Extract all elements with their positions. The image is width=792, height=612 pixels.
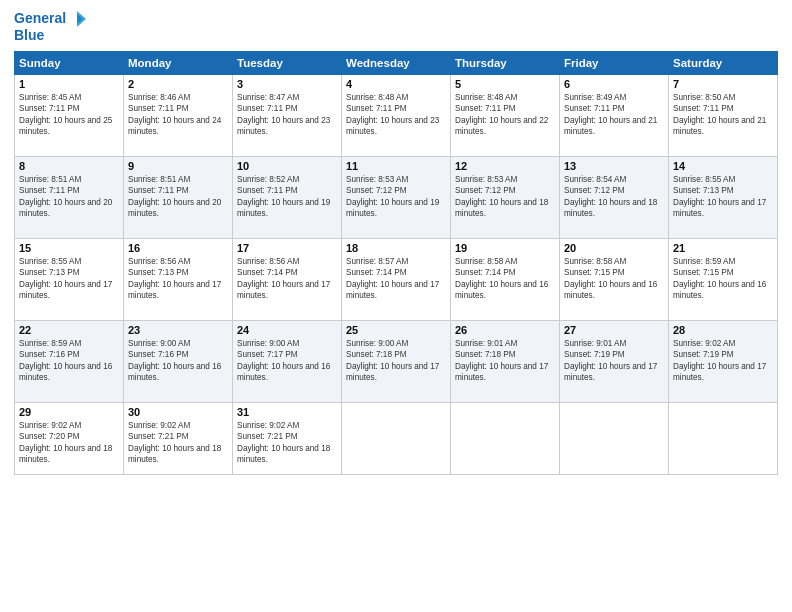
cell-content: Sunrise: 8:59 AM Sunset: 7:15 PM Dayligh… [673, 256, 773, 300]
header-row: SundayMondayTuesdayWednesdayThursdayFrid… [15, 52, 778, 75]
cell-content: Sunrise: 8:59 AM Sunset: 7:16 PM Dayligh… [19, 338, 119, 382]
page: General Blue SundayMondayTuesdayWednesda… [0, 0, 792, 612]
calendar-cell: 21 Sunrise: 8:59 AM Sunset: 7:15 PM Dayl… [669, 239, 778, 321]
day-header-sunday: Sunday [15, 52, 124, 75]
calendar-cell: 11 Sunrise: 8:53 AM Sunset: 7:12 PM Dayl… [342, 157, 451, 239]
cell-content: Sunrise: 8:48 AM Sunset: 7:11 PM Dayligh… [346, 92, 446, 136]
day-number: 12 [455, 160, 555, 172]
cell-content: Sunrise: 8:55 AM Sunset: 7:13 PM Dayligh… [19, 256, 119, 300]
day-header-saturday: Saturday [669, 52, 778, 75]
calendar-week-4: 22 Sunrise: 8:59 AM Sunset: 7:16 PM Dayl… [15, 321, 778, 403]
calendar-cell: 20 Sunrise: 8:58 AM Sunset: 7:15 PM Dayl… [560, 239, 669, 321]
cell-content: Sunrise: 9:00 AM Sunset: 7:17 PM Dayligh… [237, 338, 337, 382]
cell-content: Sunrise: 8:55 AM Sunset: 7:13 PM Dayligh… [673, 174, 773, 218]
calendar-week-2: 8 Sunrise: 8:51 AM Sunset: 7:11 PM Dayli… [15, 157, 778, 239]
day-number: 14 [673, 160, 773, 172]
calendar-cell: 6 Sunrise: 8:49 AM Sunset: 7:11 PM Dayli… [560, 75, 669, 157]
cell-content: Sunrise: 8:56 AM Sunset: 7:14 PM Dayligh… [237, 256, 337, 300]
day-number: 23 [128, 324, 228, 336]
calendar-cell: 24 Sunrise: 9:00 AM Sunset: 7:17 PM Dayl… [233, 321, 342, 403]
calendar-week-5: 29 Sunrise: 9:02 AM Sunset: 7:20 PM Dayl… [15, 403, 778, 475]
day-number: 6 [564, 78, 664, 90]
day-number: 29 [19, 406, 119, 418]
day-number: 1 [19, 78, 119, 90]
day-number: 17 [237, 242, 337, 254]
cell-content: Sunrise: 9:02 AM Sunset: 7:21 PM Dayligh… [128, 420, 228, 464]
calendar-cell: 8 Sunrise: 8:51 AM Sunset: 7:11 PM Dayli… [15, 157, 124, 239]
calendar-cell: 14 Sunrise: 8:55 AM Sunset: 7:13 PM Dayl… [669, 157, 778, 239]
logo-bird-icon [68, 10, 86, 28]
cell-content: Sunrise: 8:54 AM Sunset: 7:12 PM Dayligh… [564, 174, 664, 218]
calendar-cell: 30 Sunrise: 9:02 AM Sunset: 7:21 PM Dayl… [124, 403, 233, 475]
cell-content: Sunrise: 8:51 AM Sunset: 7:11 PM Dayligh… [19, 174, 119, 218]
cell-content: Sunrise: 9:01 AM Sunset: 7:18 PM Dayligh… [455, 338, 555, 382]
day-number: 15 [19, 242, 119, 254]
day-number: 26 [455, 324, 555, 336]
day-number: 7 [673, 78, 773, 90]
calendar-cell: 23 Sunrise: 9:00 AM Sunset: 7:16 PM Dayl… [124, 321, 233, 403]
calendar-cell: 10 Sunrise: 8:52 AM Sunset: 7:11 PM Dayl… [233, 157, 342, 239]
calendar-cell: 28 Sunrise: 9:02 AM Sunset: 7:19 PM Dayl… [669, 321, 778, 403]
calendar-cell: 31 Sunrise: 9:02 AM Sunset: 7:21 PM Dayl… [233, 403, 342, 475]
day-number: 19 [455, 242, 555, 254]
cell-content: Sunrise: 8:57 AM Sunset: 7:14 PM Dayligh… [346, 256, 446, 300]
day-number: 10 [237, 160, 337, 172]
calendar-cell [560, 403, 669, 475]
header: General Blue [14, 10, 778, 43]
cell-content: Sunrise: 8:49 AM Sunset: 7:11 PM Dayligh… [564, 92, 664, 136]
cell-content: Sunrise: 8:48 AM Sunset: 7:11 PM Dayligh… [455, 92, 555, 136]
calendar-week-3: 15 Sunrise: 8:55 AM Sunset: 7:13 PM Dayl… [15, 239, 778, 321]
day-number: 8 [19, 160, 119, 172]
calendar-cell: 16 Sunrise: 8:56 AM Sunset: 7:13 PM Dayl… [124, 239, 233, 321]
logo: General Blue [14, 10, 86, 43]
calendar-cell: 19 Sunrise: 8:58 AM Sunset: 7:14 PM Dayl… [451, 239, 560, 321]
day-number: 22 [19, 324, 119, 336]
day-number: 25 [346, 324, 446, 336]
calendar-cell: 2 Sunrise: 8:46 AM Sunset: 7:11 PM Dayli… [124, 75, 233, 157]
cell-content: Sunrise: 8:51 AM Sunset: 7:11 PM Dayligh… [128, 174, 228, 218]
cell-content: Sunrise: 8:52 AM Sunset: 7:11 PM Dayligh… [237, 174, 337, 218]
day-number: 9 [128, 160, 228, 172]
calendar: SundayMondayTuesdayWednesdayThursdayFrid… [14, 51, 778, 475]
day-number: 20 [564, 242, 664, 254]
cell-content: Sunrise: 8:58 AM Sunset: 7:15 PM Dayligh… [564, 256, 664, 300]
calendar-cell: 3 Sunrise: 8:47 AM Sunset: 7:11 PM Dayli… [233, 75, 342, 157]
calendar-cell: 27 Sunrise: 9:01 AM Sunset: 7:19 PM Dayl… [560, 321, 669, 403]
day-header-thursday: Thursday [451, 52, 560, 75]
day-number: 21 [673, 242, 773, 254]
day-number: 5 [455, 78, 555, 90]
calendar-cell: 9 Sunrise: 8:51 AM Sunset: 7:11 PM Dayli… [124, 157, 233, 239]
logo-general: General [14, 11, 66, 26]
cell-content: Sunrise: 9:02 AM Sunset: 7:20 PM Dayligh… [19, 420, 119, 464]
day-number: 16 [128, 242, 228, 254]
day-number: 31 [237, 406, 337, 418]
day-header-tuesday: Tuesday [233, 52, 342, 75]
cell-content: Sunrise: 9:00 AM Sunset: 7:16 PM Dayligh… [128, 338, 228, 382]
calendar-cell: 22 Sunrise: 8:59 AM Sunset: 7:16 PM Dayl… [15, 321, 124, 403]
calendar-cell: 15 Sunrise: 8:55 AM Sunset: 7:13 PM Dayl… [15, 239, 124, 321]
cell-content: Sunrise: 8:53 AM Sunset: 7:12 PM Dayligh… [455, 174, 555, 218]
calendar-cell: 7 Sunrise: 8:50 AM Sunset: 7:11 PM Dayli… [669, 75, 778, 157]
day-number: 18 [346, 242, 446, 254]
day-number: 4 [346, 78, 446, 90]
calendar-cell: 13 Sunrise: 8:54 AM Sunset: 7:12 PM Dayl… [560, 157, 669, 239]
calendar-cell: 5 Sunrise: 8:48 AM Sunset: 7:11 PM Dayli… [451, 75, 560, 157]
day-header-monday: Monday [124, 52, 233, 75]
day-number: 3 [237, 78, 337, 90]
calendar-cell: 29 Sunrise: 9:02 AM Sunset: 7:20 PM Dayl… [15, 403, 124, 475]
cell-content: Sunrise: 9:00 AM Sunset: 7:18 PM Dayligh… [346, 338, 446, 382]
calendar-cell [669, 403, 778, 475]
day-header-friday: Friday [560, 52, 669, 75]
cell-content: Sunrise: 9:02 AM Sunset: 7:19 PM Dayligh… [673, 338, 773, 382]
day-number: 2 [128, 78, 228, 90]
cell-content: Sunrise: 9:01 AM Sunset: 7:19 PM Dayligh… [564, 338, 664, 382]
calendar-cell: 18 Sunrise: 8:57 AM Sunset: 7:14 PM Dayl… [342, 239, 451, 321]
cell-content: Sunrise: 9:02 AM Sunset: 7:21 PM Dayligh… [237, 420, 337, 464]
cell-content: Sunrise: 8:58 AM Sunset: 7:14 PM Dayligh… [455, 256, 555, 300]
calendar-cell: 1 Sunrise: 8:45 AM Sunset: 7:11 PM Dayli… [15, 75, 124, 157]
calendar-cell: 26 Sunrise: 9:01 AM Sunset: 7:18 PM Dayl… [451, 321, 560, 403]
cell-content: Sunrise: 8:53 AM Sunset: 7:12 PM Dayligh… [346, 174, 446, 218]
logo-text-block: General Blue [14, 10, 86, 43]
calendar-cell: 17 Sunrise: 8:56 AM Sunset: 7:14 PM Dayl… [233, 239, 342, 321]
calendar-cell: 4 Sunrise: 8:48 AM Sunset: 7:11 PM Dayli… [342, 75, 451, 157]
